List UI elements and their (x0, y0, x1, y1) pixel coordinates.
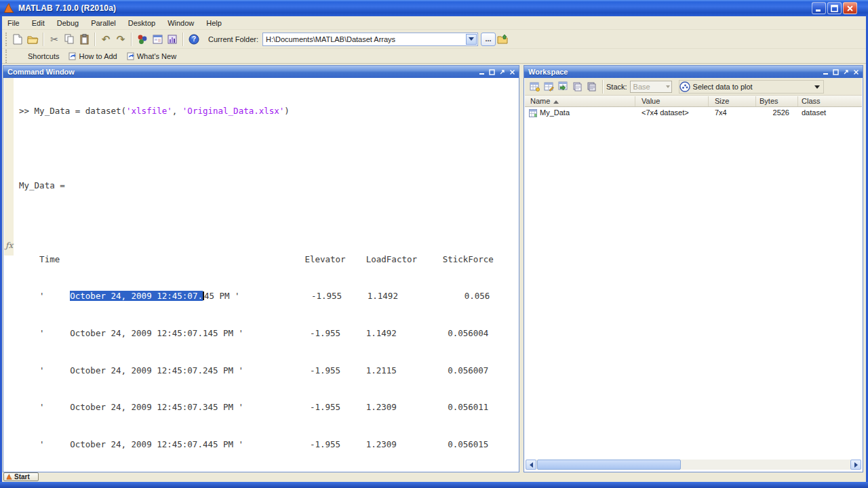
menu-bar: File Edit Debug Parallel Desktop Window … (2, 16, 866, 30)
print-icon[interactable] (585, 81, 597, 93)
status-bar: Start (2, 472, 866, 482)
stack-combobox: Base (630, 81, 672, 93)
panel-minimize-icon[interactable] (821, 68, 829, 76)
toolbar-separator (602, 80, 604, 94)
scroll-right-icon[interactable] (850, 460, 861, 470)
paste-icon[interactable] (77, 33, 91, 46)
new-file-icon[interactable] (11, 33, 24, 46)
matlab-window: MATLAB 7.10.0 (R2010a) File Edit Debug P… (0, 0, 868, 488)
current-folder-label: Current Folder: (208, 35, 258, 43)
up-one-folder-icon[interactable] (496, 33, 510, 46)
toolbar-separator (182, 33, 184, 46)
shortcuts-grip (5, 49, 7, 63)
shortcut-how-to-add[interactable]: How to Add (68, 52, 117, 60)
scrollbar-thumb[interactable] (537, 460, 681, 470)
save-icon[interactable] (571, 81, 583, 93)
profiler-icon[interactable] (165, 33, 179, 46)
plot-selector-combobox[interactable]: Select data to plot (679, 80, 824, 94)
table-row: ' October 24, 2009 12:45:07.345 PM ' -1.… (19, 401, 494, 413)
copy-icon[interactable] (62, 33, 76, 46)
shortcuts-label: Shortcuts (28, 52, 59, 60)
command-output: >> My_Data = dataset('xlsfile', 'Origina… (19, 81, 494, 471)
toolbar-separator (94, 33, 96, 46)
workspace-column-headers: Name Value Size Bytes Class (525, 96, 862, 107)
current-folder-combobox[interactable]: H:\Documents\MATLAB\Dataset Arrays (262, 33, 478, 46)
column-header-value[interactable]: Value (642, 97, 660, 105)
column-header-bytes[interactable]: Bytes (760, 97, 778, 105)
panel-maximize-icon[interactable] (831, 68, 840, 76)
window-title: MATLAB 7.10.0 (R2010a) (18, 3, 116, 13)
command-text: >> My_Data = dataset( (19, 106, 126, 116)
command-window-title: Command Window (7, 68, 75, 76)
plot-selector-icon (679, 81, 690, 92)
toolbar-separator (131, 33, 132, 46)
column-header-class[interactable]: Class (802, 97, 821, 105)
column-header-size[interactable]: Size (715, 97, 729, 105)
menu-desktop[interactable]: Desktop (128, 19, 155, 27)
workspace-variable-row[interactable]: My_Data <7x4 dataset> 7x4 2526 dataset (525, 107, 862, 119)
dataset-variable-icon (529, 109, 537, 117)
table-row: ' October 24, 2009 12:45:07.445 PM ' -1.… (19, 439, 494, 451)
string-arg: 'xlsfile' (126, 106, 172, 116)
panel-undock-icon[interactable] (842, 68, 850, 76)
stack-label: Stack: (606, 83, 627, 91)
toolbar-grip (5, 33, 7, 46)
sort-ascending-icon (553, 100, 559, 104)
workspace-titlebar[interactable]: Workspace (524, 66, 863, 78)
command-line: >> My_Data = dataset('xlsfile', 'Origina… (19, 105, 494, 117)
command-window-gutter (4, 78, 14, 256)
minimize-button[interactable] (812, 2, 826, 14)
table-row: ' October 24, 2009 12:45:07.145 PM ' -1.… (19, 327, 494, 340)
function-hints-button[interactable]: ƒx (5, 241, 13, 250)
current-folder-dropdown-icon[interactable] (466, 34, 477, 45)
cut-icon[interactable]: ✂ (47, 33, 61, 46)
variable-bytes: 2526 (755, 108, 789, 117)
panel-close-icon[interactable] (508, 68, 516, 76)
panel-close-icon[interactable] (852, 68, 860, 76)
maximize-button[interactable] (827, 2, 842, 14)
workspace-panel: Workspace S (524, 65, 863, 472)
shortcuts-bar: Shortcuts How to Add What's New (2, 49, 866, 64)
menu-window[interactable]: Window (167, 19, 194, 27)
scroll-left-icon[interactable] (526, 460, 536, 470)
workspace-toolbar: Stack: Base Select data to plot (525, 78, 862, 96)
panel-undock-icon[interactable] (498, 68, 506, 76)
shortcut-icon (127, 52, 134, 60)
plot-selector-label: Select data to plot (693, 83, 753, 91)
command-window-titlebar[interactable]: Command Window (3, 66, 519, 78)
matlab-logo-icon (3, 3, 14, 14)
matlab-start-icon (6, 474, 12, 480)
panel-minimize-icon[interactable] (477, 68, 486, 76)
panel-maximize-icon[interactable] (488, 68, 496, 76)
open-folder-icon[interactable] (26, 33, 39, 46)
menu-edit[interactable]: Edit (32, 19, 45, 27)
start-button[interactable]: Start (3, 472, 39, 481)
redo-icon[interactable]: ↷ (114, 33, 127, 46)
variable-value: <7x4 dataset> (642, 108, 689, 117)
window-bottom-border (0, 482, 868, 488)
menu-debug[interactable]: Debug (57, 19, 79, 27)
shortcut-whats-new[interactable]: What's New (127, 52, 176, 60)
shortcut-label: How to Add (79, 52, 117, 60)
undo-icon[interactable]: ↶ (99, 33, 113, 46)
open-selection-icon[interactable] (542, 81, 555, 93)
toolbar-separator (43, 33, 44, 46)
help-question-glyph: ? (192, 35, 196, 43)
close-button[interactable] (843, 2, 857, 14)
window-border-left (0, 16, 2, 482)
guide-icon[interactable] (151, 33, 164, 46)
menu-parallel[interactable]: Parallel (91, 19, 116, 27)
help-icon[interactable]: ? (187, 33, 201, 46)
window-titlebar: MATLAB 7.10.0 (R2010a) (0, 0, 868, 16)
menu-help[interactable]: Help (206, 19, 222, 27)
workspace-horizontal-scrollbar[interactable] (526, 460, 861, 470)
new-variable-icon[interactable] (528, 81, 540, 93)
column-header-name[interactable]: Name (530, 97, 559, 105)
command-window-content[interactable]: ƒx >> My_Data = dataset('xlsfile', 'Orig… (4, 78, 518, 471)
command-window-panel: Command Window ƒx >> My_Data = dataset('… (3, 65, 519, 472)
main-toolbar: ✂ ↶ ↷ ? Current Folder: H:\Documents\MAT… (2, 30, 866, 49)
menu-file[interactable]: File (7, 19, 20, 27)
browse-folder-button[interactable]: ... (481, 33, 496, 46)
simulink-icon[interactable] (136, 33, 149, 46)
import-data-icon[interactable] (557, 81, 569, 93)
